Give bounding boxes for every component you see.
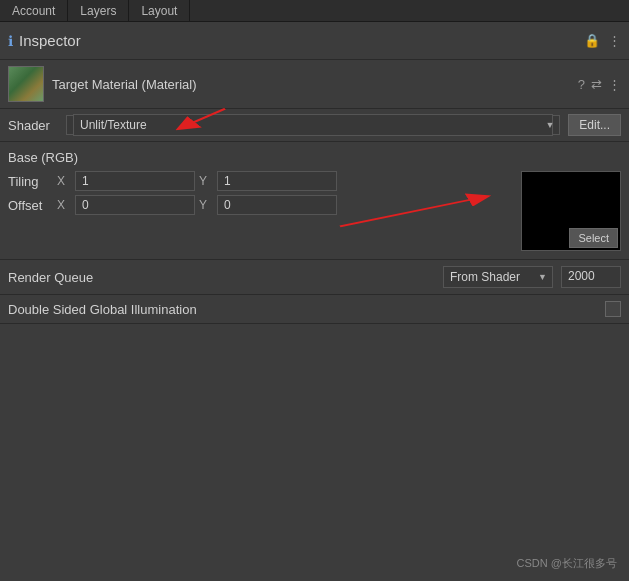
material-thumbnail <box>8 66 44 102</box>
info-icon: ℹ <box>8 33 13 49</box>
render-queue-label: Render Queue <box>8 270 435 285</box>
material-name: Target Material (Material) <box>52 77 570 92</box>
tiling-x-label: X <box>57 174 71 188</box>
tiling-row: Tiling X Y <box>8 171 521 191</box>
more-icon[interactable]: ⋮ <box>608 33 621 48</box>
settings-icon[interactable]: ⇄ <box>591 77 602 92</box>
select-button[interactable]: Select <box>569 228 618 248</box>
layers-tab[interactable]: Layers <box>68 0 129 21</box>
texture-row: Tiling X Y Offset X Y Select <box>8 171 621 251</box>
dsg-label: Double Sided Global Illumination <box>8 302 597 317</box>
shader-dropdown[interactable]: Unlit/Texture <box>73 114 553 136</box>
offset-y-label: Y <box>199 198 213 212</box>
shader-label: Shader <box>8 118 58 133</box>
inspector-title: Inspector <box>19 32 584 49</box>
render-queue-select-wrapper: From Shader <box>443 266 553 288</box>
inspector-header: ℹ Inspector 🔒 ⋮ <box>0 22 629 60</box>
offset-y-input[interactable] <box>217 195 337 215</box>
offset-x-input[interactable] <box>75 195 195 215</box>
layout-tab[interactable]: Layout <box>129 0 190 21</box>
top-bar: Account Layers Layout <box>0 0 629 22</box>
shader-row: Shader Unlit/Texture Edit... <box>0 109 629 142</box>
dsg-row: Double Sided Global Illumination <box>0 295 629 324</box>
texture-preview: Select <box>521 171 621 251</box>
tiling-y-input[interactable] <box>217 171 337 191</box>
help-icon[interactable]: ? <box>578 77 585 92</box>
tiling-y-label: Y <box>199 174 213 188</box>
bottom-credit: CSDN @长江很多号 <box>517 556 617 571</box>
render-queue-dropdown[interactable]: From Shader <box>443 266 553 288</box>
tiling-x-input[interactable] <box>75 171 195 191</box>
render-queue-row: Render Queue From Shader 2000 <box>0 260 629 295</box>
tiling-offset-section: Tiling X Y Offset X Y <box>8 171 521 251</box>
tiling-label: Tiling <box>8 174 53 189</box>
inspector-actions: 🔒 ⋮ <box>584 33 621 48</box>
offset-label: Offset <box>8 198 53 213</box>
account-tab[interactable]: Account <box>0 0 68 21</box>
dsg-checkbox[interactable] <box>605 301 621 317</box>
edit-button[interactable]: Edit... <box>568 114 621 136</box>
context-menu-icon[interactable]: ⋮ <box>608 77 621 92</box>
shader-select[interactable]: Unlit/Texture <box>66 115 560 135</box>
material-icons: ? ⇄ ⋮ <box>578 77 621 92</box>
offset-x-label: X <box>57 198 71 212</box>
shader-select-wrapper: Unlit/Texture <box>66 115 560 135</box>
lock-icon[interactable]: 🔒 <box>584 33 600 48</box>
offset-row: Offset X Y <box>8 195 521 215</box>
base-label: Base (RGB) <box>8 150 621 165</box>
render-queue-value: 2000 <box>561 266 621 288</box>
base-section: Base (RGB) Tiling X Y Offset X Y <box>0 142 629 260</box>
main-content: Target Material (Material) ? ⇄ ⋮ Shader … <box>0 60 629 324</box>
material-section: Target Material (Material) ? ⇄ ⋮ <box>0 60 629 109</box>
